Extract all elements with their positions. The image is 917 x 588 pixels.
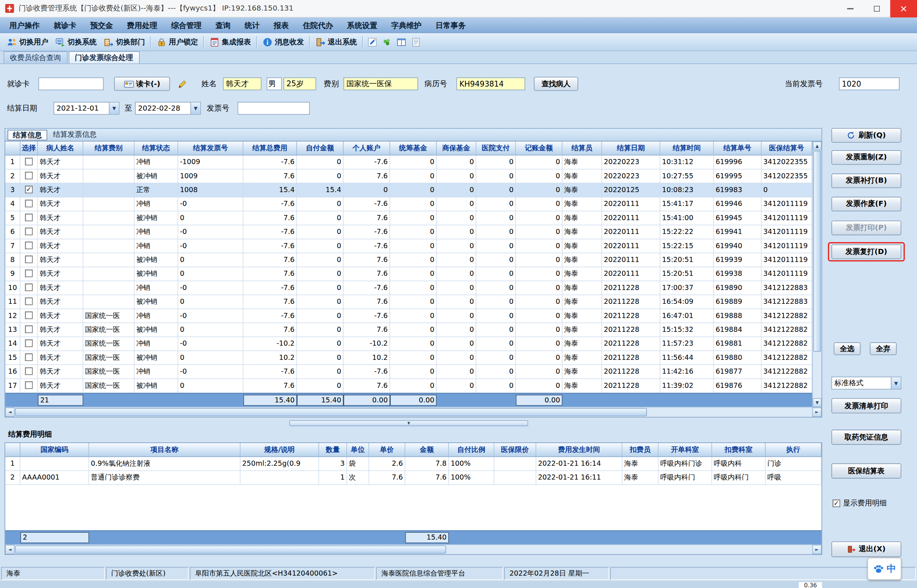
row-select-checkbox[interactable] <box>25 311 33 319</box>
maximize-button[interactable] <box>864 0 890 18</box>
table-row[interactable]: 4韩天才冲销-0-7.60-7.60000海泰2022011115:41:176… <box>5 197 812 211</box>
current-invoice-field[interactable] <box>839 78 899 90</box>
scroll-left-icon[interactable]: ◄ <box>5 407 15 417</box>
refresh-button[interactable]: 刷新(Q) <box>831 128 901 143</box>
detail-hscroll[interactable]: ◄ ► <box>5 544 821 554</box>
checkbox-cell[interactable] <box>20 365 38 379</box>
tab-settlement-invoice-info[interactable]: 结算发票信息 <box>48 129 102 140</box>
table-row[interactable]: 7韩天才冲销-0-7.60-7.60000海泰2022011115:22:156… <box>5 239 812 253</box>
tab-cashier-summary-query[interactable]: 收费员综合查询 <box>4 51 67 64</box>
age-field[interactable] <box>284 78 316 90</box>
find-patient-button[interactable]: 查找病人 <box>534 77 578 90</box>
integrated-report-button[interactable]: 集成报表 <box>206 35 254 49</box>
gender-field[interactable] <box>267 78 282 90</box>
splitter-handle[interactable]: ▼ <box>289 420 528 426</box>
menu-item[interactable]: 查询 <box>208 17 237 33</box>
record-no-field[interactable] <box>456 78 525 90</box>
drop-all-button[interactable]: 全弃 <box>870 342 897 355</box>
invoice-remake-button[interactable]: 发票重制(Z) <box>831 150 901 165</box>
checkbox-cell[interactable] <box>20 337 38 351</box>
tab-outpatient-invoice-processing[interactable]: 门诊发票综合处理 <box>68 51 139 64</box>
row-select-checkbox[interactable] <box>25 283 33 291</box>
checkbox-cell[interactable] <box>20 281 38 295</box>
table-row[interactable]: 11韩天才被冲销07.607.60000海泰2021122816:54:0961… <box>5 295 812 309</box>
show-detail-checkbox[interactable]: ✓ <box>833 499 840 507</box>
menu-item[interactable]: 报表 <box>267 17 296 33</box>
checkbox-cell[interactable] <box>20 197 38 211</box>
table-row[interactable]: 3✓韩天才正常100815.415.400000海泰2022012510:08:… <box>5 183 812 197</box>
table-row[interactable]: 10韩天才冲销-0-7.60-7.60000海泰2021122817:00:37… <box>5 281 812 295</box>
table-row[interactable]: 8韩天才被冲销07.607.60000海泰2022011115:20:51619… <box>5 253 812 267</box>
scroll-right-icon[interactable]: ► <box>812 545 822 554</box>
detail-hscroll-track[interactable] <box>15 545 812 554</box>
row-select-checkbox[interactable] <box>25 199 33 207</box>
chevron-down-icon[interactable]: ▼ <box>191 103 200 114</box>
invoice-no-input[interactable] <box>237 102 310 115</box>
checkbox-cell[interactable] <box>20 212 38 225</box>
select-all-button[interactable]: 全选 <box>834 342 860 355</box>
table-row[interactable]: 1韩天才冲销-1009-7.60-7.60000海泰2022022310:31:… <box>5 155 812 169</box>
menu-item[interactable]: 费用处理 <box>120 17 165 33</box>
pencil-icon-button[interactable] <box>176 78 188 89</box>
table-row[interactable]: 14韩天才国家统一医冲销-0-10.20-10.20000海泰202112281… <box>5 337 812 351</box>
switch-system-button[interactable]: 切换系统 <box>52 35 100 49</box>
table-row[interactable]: 2韩天才被冲销10097.607.60000海泰2022022310:27:55… <box>5 170 812 183</box>
checkbox-cell[interactable] <box>20 267 38 281</box>
medical-insurance-report-button[interactable]: 医保结算表 <box>831 464 901 479</box>
invoice-supplement-print-button[interactable]: 发票补打(B) <box>831 174 901 188</box>
menu-item[interactable]: 系统设置 <box>340 17 384 33</box>
scroll-up-icon[interactable]: ▲ <box>813 142 822 150</box>
menu-item[interactable]: 日常事务 <box>429 17 473 33</box>
checkbox-cell[interactable] <box>20 225 38 239</box>
close-button[interactable]: × <box>890 0 917 18</box>
ime-indicator[interactable]: 中 <box>867 558 901 580</box>
row-select-checkbox[interactable] <box>25 255 33 263</box>
table-row[interactable]: 13韩天才国家统一医被冲销07.607.60000海泰2021122815:15… <box>5 323 812 337</box>
row-select-checkbox[interactable] <box>25 228 33 235</box>
checkbox-cell[interactable] <box>20 155 38 169</box>
medicine-voucher-button[interactable]: 取药凭证信息 <box>831 430 901 445</box>
row-select-checkbox[interactable] <box>25 241 33 249</box>
scroll-left-icon[interactable]: ◄ <box>5 545 15 554</box>
checkbox-cell[interactable] <box>20 295 38 309</box>
chevron-down-icon[interactable]: ▼ <box>109 103 119 114</box>
detail-row[interactable]: 10.9%氯化钠注射液250ml:2.25g(0.93袋2.67.8100%20… <box>5 457 821 471</box>
row-select-checkbox[interactable] <box>25 158 33 165</box>
checkbox-cell[interactable]: ✓ <box>20 183 38 197</box>
menu-item[interactable]: 综合管理 <box>164 17 208 33</box>
message-button[interactable]: 消息收发 <box>259 35 307 49</box>
row-select-checkbox[interactable] <box>25 325 33 333</box>
row-select-checkbox[interactable]: ✓ <box>25 186 33 193</box>
menu-item[interactable]: 统计 <box>237 17 267 33</box>
invoice-list-print-button[interactable]: 发票清单打印 <box>831 398 901 414</box>
menu-item[interactable]: 预交金 <box>83 17 120 33</box>
vscroll-thumb[interactable] <box>813 151 821 352</box>
exit-system-button[interactable]: 退出系统 <box>312 35 361 49</box>
row-select-checkbox[interactable] <box>25 339 33 347</box>
table-row[interactable]: 17韩天才国家统一医被冲销07.607.60000海泰2021122811:39… <box>5 379 812 393</box>
row-select-checkbox[interactable] <box>25 269 33 277</box>
invoice-reprint-button[interactable]: 发票复打(D) <box>831 244 901 259</box>
minimize-button[interactable] <box>836 0 864 18</box>
fee-type-field[interactable] <box>344 78 418 90</box>
checkbox-cell[interactable] <box>20 351 38 365</box>
row-select-checkbox[interactable] <box>25 353 33 360</box>
menu-item[interactable]: 就诊卡 <box>47 17 83 33</box>
format-select[interactable]: 标准格式 ▼ <box>831 376 901 389</box>
user-lock-button[interactable]: 用户锁定 <box>153 35 202 49</box>
settlement-hscroll[interactable]: ◄ ► <box>5 407 821 417</box>
checkbox-cell[interactable] <box>20 379 38 393</box>
table-row[interactable]: 16韩天才国家统一医冲销-0-7.60-7.60000海泰2021122811:… <box>5 365 812 379</box>
toolbar-tool-button[interactable] <box>408 35 423 49</box>
hscroll-thumb[interactable] <box>15 408 647 416</box>
tab-settlement-info[interactable]: 结算信息 <box>8 129 47 140</box>
table-row[interactable]: 6韩天才冲销-0-7.60-7.60000海泰2022011115:22:226… <box>5 225 812 239</box>
read-card-button[interactable]: 读卡(-) <box>114 77 170 90</box>
hscroll-track[interactable] <box>15 407 812 417</box>
row-select-checkbox[interactable] <box>25 381 33 389</box>
checkbox-cell[interactable] <box>20 323 38 337</box>
date-from-select[interactable]: 2021-12-01 ▼ <box>53 102 119 115</box>
vscroll-track[interactable] <box>813 150 822 399</box>
checkbox-cell[interactable] <box>20 170 38 183</box>
row-select-checkbox[interactable] <box>25 367 33 375</box>
